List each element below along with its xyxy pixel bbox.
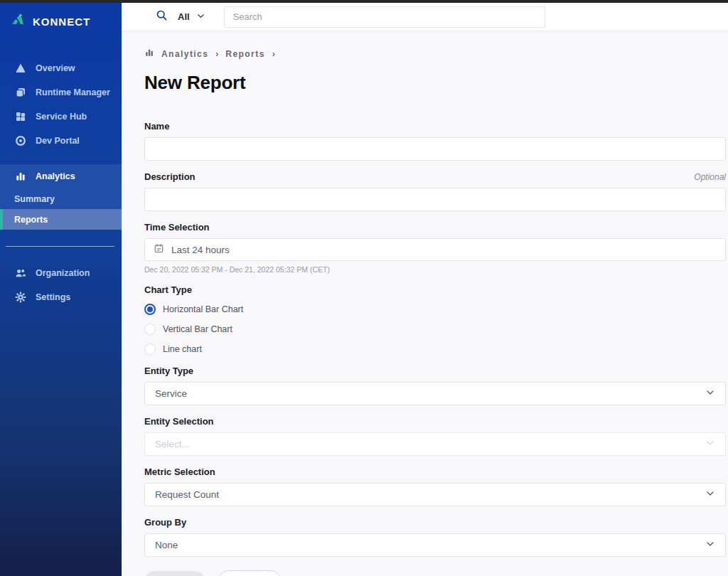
radio-vertical-bar-chart[interactable]: Vertical Bar Chart bbox=[144, 324, 726, 335]
time-range-helper: Dec 20, 2022 05:32 PM - Dec 21, 2022 05:… bbox=[144, 265, 726, 274]
entity-selection-select[interactable]: Select... bbox=[144, 432, 726, 456]
calendar-icon bbox=[154, 243, 164, 256]
brand-name: KONNECT bbox=[33, 16, 90, 28]
sidebar-subitem-label: Summary bbox=[14, 194, 55, 204]
sidebar-item-label: Service Hub bbox=[36, 112, 87, 122]
service-hub-icon bbox=[15, 111, 26, 122]
breadcrumb-separator-icon: › bbox=[272, 49, 275, 59]
radio-label: Horizontal Bar Chart bbox=[163, 304, 243, 314]
entity-type-field-group: Entity Type Service bbox=[144, 366, 726, 405]
chevron-down-icon bbox=[705, 438, 715, 450]
entity-selection-placeholder: Select... bbox=[155, 439, 190, 449]
organization-icon bbox=[15, 267, 26, 279]
page-content: Analytics › Reports › New Report Name De… bbox=[122, 31, 728, 576]
time-range-value: Last 24 hours bbox=[171, 245, 230, 255]
sidebar-item-label: Overview bbox=[36, 63, 75, 73]
sidebar-item-label: Dev Portal bbox=[36, 136, 80, 146]
entity-selection-label: Entity Selection bbox=[144, 416, 214, 427]
analytics-breadcrumb-icon bbox=[144, 48, 154, 60]
sidebar-item-service-hub[interactable]: Service Hub bbox=[0, 105, 122, 129]
metric-selection-label: Metric Selection bbox=[144, 466, 215, 477]
group-by-select[interactable]: None bbox=[144, 533, 726, 557]
time-range-picker[interactable]: Last 24 hours bbox=[144, 238, 726, 261]
radio-button-icon bbox=[144, 324, 156, 335]
sidebar-item-reports[interactable]: Reports bbox=[0, 209, 122, 230]
radio-label: Line chart bbox=[163, 344, 202, 354]
sidebar-item-label: Runtime Manager bbox=[36, 87, 110, 97]
breadcrumb-item-reports[interactable]: Reports bbox=[225, 49, 264, 59]
entity-type-label: Entity Type bbox=[144, 366, 193, 376]
create-button[interactable]: Create bbox=[144, 571, 205, 576]
sidebar-item-dev-portal[interactable]: Dev Portal bbox=[0, 129, 122, 153]
radio-button-icon bbox=[144, 304, 156, 315]
sidebar-analytics-section: Analytics Summary Reports bbox=[0, 164, 122, 230]
sidebar-item-organization[interactable]: Organization bbox=[0, 261, 122, 285]
gear-icon bbox=[15, 292, 26, 303]
radio-line-chart[interactable]: Line chart bbox=[144, 343, 726, 355]
chevron-down-icon bbox=[196, 11, 205, 23]
sidebar-item-label: Organization bbox=[36, 268, 90, 278]
group-by-field-group: Group By None bbox=[144, 517, 726, 557]
chevron-down-icon bbox=[705, 539, 715, 551]
runtime-manager-icon bbox=[15, 87, 26, 98]
app-window: KONNECT Overview Runtime Manager bbox=[0, 0, 728, 576]
window-top-strip bbox=[0, 0, 728, 3]
search-input[interactable] bbox=[224, 6, 545, 28]
metric-selection-select[interactable]: Request Count bbox=[144, 483, 726, 506]
topbar: All bbox=[122, 3, 728, 31]
breadcrumb-item-analytics[interactable]: Analytics bbox=[161, 49, 208, 59]
radio-button-icon bbox=[144, 343, 156, 355]
group-by-value: None bbox=[155, 540, 178, 550]
radio-horizontal-bar-chart[interactable]: Horizontal Bar Chart bbox=[144, 304, 726, 315]
brand-logo[interactable]: KONNECT bbox=[0, 0, 122, 41]
name-label: Name bbox=[144, 121, 169, 132]
description-input[interactable] bbox=[144, 188, 726, 211]
name-field-group: Name bbox=[144, 121, 726, 161]
main-area: All Analytics › Reports › bbox=[122, 3, 728, 576]
sidebar-subitem-label: Reports bbox=[14, 215, 48, 225]
sidebar-divider bbox=[6, 246, 114, 247]
entity-type-select[interactable]: Service bbox=[144, 382, 726, 405]
dev-portal-icon bbox=[15, 135, 26, 146]
name-input[interactable] bbox=[144, 137, 726, 161]
sidebar-item-runtime-manager[interactable]: Runtime Manager bbox=[0, 80, 122, 105]
group-by-label: Group By bbox=[144, 517, 186, 528]
description-field-group: Description Optional bbox=[144, 171, 726, 211]
search-icon bbox=[156, 9, 168, 24]
breadcrumb-separator-icon: › bbox=[215, 49, 218, 59]
new-report-form: Name Description Optional Time Selection bbox=[144, 121, 726, 576]
entity-type-value: Service bbox=[155, 388, 187, 399]
chart-type-label: Chart Type bbox=[144, 284, 726, 295]
page-title: New Report bbox=[144, 72, 728, 94]
sidebar-item-label: Settings bbox=[36, 292, 70, 302]
metric-selection-value: Request Count bbox=[155, 489, 219, 500]
search-scope-label: All bbox=[178, 11, 190, 22]
sidebar: KONNECT Overview Runtime Manager bbox=[0, 0, 122, 576]
sidebar-item-summary[interactable]: Summary bbox=[0, 188, 122, 209]
kong-logo-icon bbox=[10, 12, 26, 31]
radio-label: Vertical Bar Chart bbox=[163, 324, 232, 334]
metric-selection-field-group: Metric Selection Request Count bbox=[144, 466, 726, 506]
time-selection-label: Time Selection bbox=[144, 222, 210, 233]
analytics-icon bbox=[15, 171, 26, 182]
breadcrumb: Analytics › Reports › bbox=[144, 48, 728, 60]
cancel-button[interactable]: Cancel bbox=[218, 570, 282, 576]
sidebar-item-analytics[interactable]: Analytics bbox=[0, 164, 122, 188]
chevron-down-icon bbox=[705, 388, 715, 400]
overview-icon bbox=[15, 63, 26, 74]
optional-badge: Optional bbox=[694, 172, 726, 182]
chart-type-field-group: Chart Type Horizontal Bar Chart Vertical… bbox=[144, 284, 726, 355]
form-actions: Create Cancel bbox=[144, 570, 726, 576]
sidebar-item-settings[interactable]: Settings bbox=[0, 285, 122, 309]
description-label: Description bbox=[144, 171, 196, 182]
entity-selection-field-group: Entity Selection Select... bbox=[144, 416, 726, 456]
time-selection-field-group: Time Selection Last 24 ho bbox=[144, 222, 726, 274]
chevron-down-icon bbox=[705, 489, 715, 501]
sidebar-item-label: Analytics bbox=[36, 171, 75, 181]
search-scope-dropdown[interactable]: All bbox=[178, 11, 205, 23]
sidebar-item-overview[interactable]: Overview bbox=[0, 56, 122, 80]
